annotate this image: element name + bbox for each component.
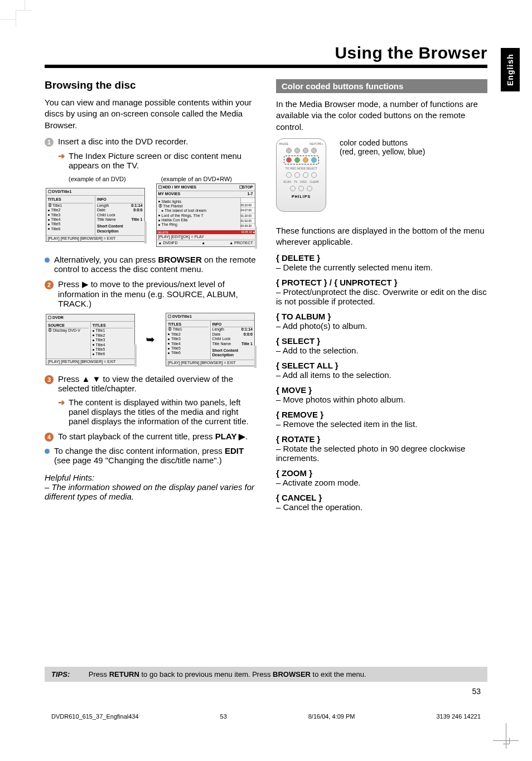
helpful-hints: Helpful Hints: – The information showed … <box>45 473 256 501</box>
page-header: Using the Browser <box>45 43 487 68</box>
function-item: { ROTATE }– Rotate the selected photo in… <box>276 434 487 463</box>
function-item: { REMOVE }– Remove the selected item in … <box>276 410 487 429</box>
intro-text: You can view and manage possible content… <box>45 97 256 131</box>
step-number-1: 1 <box>45 138 54 147</box>
color-coded-band: Color coded buttons functions <box>276 79 487 93</box>
function-label: { SELECT } <box>276 336 487 346</box>
page-title: Using the Browser <box>45 43 487 62</box>
functions-mid-text: These functions are displayed in the bot… <box>276 225 487 248</box>
step-number-2: 2 <box>45 280 54 289</box>
caption-dvdrw: (example of an DVD+RW) <box>161 176 232 182</box>
osd-dvdrw: ☐ HDD / MY MOVIES☐STOP MY MOVIES1-7 Stat… <box>156 183 255 247</box>
footer-timestamp: 8/16/04, 4:09 PM <box>308 713 355 720</box>
remote-caption-1: color coded buttons <box>340 138 425 147</box>
bullet-icon <box>45 258 50 263</box>
function-item: { DELETE }– Delete the currently selecte… <box>276 253 487 272</box>
step-4-text: To start playback of the current title, … <box>58 432 256 442</box>
function-desc: – Protect/unprotect the disc. Overwrite … <box>276 287 487 306</box>
step-number-3: 3 <box>45 375 54 384</box>
tips-label: TIPS: <box>51 670 70 678</box>
function-item: { SELECT ALL }– Add all items to the sel… <box>276 361 487 380</box>
step-3-text: Press ▲ ▼ to view the detailed overview … <box>58 374 256 393</box>
language-tab: English <box>501 48 520 91</box>
osd-titles-info: ☐ DVD/Title1 TITLES ⦿ Title1 Title2 Titl… <box>166 313 255 367</box>
remote-illustration: PAUSENEXT/PR+ T/C REC MODE SELECT SCANTV… <box>276 138 326 212</box>
footer-page: 53 <box>220 713 227 720</box>
step-1-result: The Index Picture screen or disc content… <box>69 151 256 170</box>
function-item: { PROTECT } / { UNPROTECT }– Protect/unp… <box>276 278 487 306</box>
function-desc: – Move photos within photo album. <box>276 395 487 404</box>
function-desc: – Rotate the selected photo in 90 degree… <box>276 444 487 463</box>
page-number: 53 <box>472 687 481 696</box>
function-desc: – Add all items to the selection. <box>276 370 487 380</box>
bullet-icon <box>45 449 50 454</box>
function-label: { SELECT ALL } <box>276 361 487 370</box>
transition-arrow-icon: ➥ <box>146 333 154 346</box>
function-label: { CANCEL } <box>276 493 487 502</box>
function-desc: – Remove the selected item in the list. <box>276 419 487 429</box>
remote-caption-2: (red, green, yellow, blue) <box>340 147 425 156</box>
step-1-text: Insert a disc into the DVD recorder. <box>58 137 256 146</box>
tips-band: TIPS: Press RETURN to go back to previou… <box>45 667 487 682</box>
section-title-browsing: Browsing the disc <box>45 79 256 91</box>
arrow-icon: ➜ <box>58 398 65 408</box>
function-label: { MOVE } <box>276 385 487 395</box>
function-desc: – Cancel the operation. <box>276 502 487 512</box>
function-item: { ZOOM }– Activate zoom mode. <box>276 468 487 487</box>
footer-doc-id: DVDR610_615_37_Engfinal434 <box>51 713 139 720</box>
function-item: { SELECT }– Add to the selection. <box>276 336 487 355</box>
color-coded-intro: In the Media Browser mode, a number of f… <box>276 99 487 133</box>
function-item: { CANCEL }– Cancel the operation. <box>276 493 487 512</box>
function-label: { DELETE } <box>276 253 487 263</box>
function-item: { MOVE }– Move photos within photo album… <box>276 385 487 404</box>
osd-source: ☐ DVDR SOURCE ⦿ Disctray DVD-V TITLES Ti… <box>46 314 135 366</box>
step-2-text: Press ▶ to move to the previous/next lev… <box>58 279 256 308</box>
step-3-result: The content is displayed within two pane… <box>69 398 256 426</box>
step-number-4: 4 <box>45 433 54 442</box>
footer-partno: 3139 246 14221 <box>436 713 481 720</box>
function-label: { PROTECT } / { UNPROTECT } <box>276 278 487 287</box>
function-desc: – Add to the selection. <box>276 346 487 355</box>
caption-dvd: (example of an DVD) <box>69 176 126 182</box>
function-label: { ZOOM } <box>276 468 487 478</box>
arrow-icon: ➜ <box>58 151 65 161</box>
function-item: { TO ALBUM }– Add photo(s) to album. <box>276 312 487 331</box>
function-label: { ROTATE } <box>276 434 487 444</box>
tips-text: Press RETURN to go back to previous menu… <box>89 670 366 678</box>
edit-bullet-text: To change the disc content information, … <box>54 446 256 465</box>
function-label: { TO ALBUM } <box>276 312 487 321</box>
osd-dvd: ☐ DVD/Title1 TITLES ⦿ Title1 Title2 Titl… <box>46 188 145 243</box>
function-desc: – Activate zoom mode. <box>276 478 487 487</box>
function-label: { REMOVE } <box>276 410 487 419</box>
alt-bullet-text: Alternatively, you can press BROWSER on … <box>54 255 256 274</box>
function-desc: – Add photo(s) to album. <box>276 321 487 331</box>
function-desc: – Delete the currently selected menu ite… <box>276 263 487 272</box>
footer-meta: DVDR610_615_37_Engfinal434 53 8/16/04, 4… <box>51 713 481 720</box>
